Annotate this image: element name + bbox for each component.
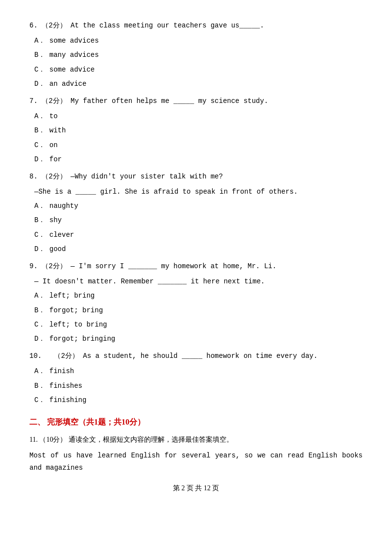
question-10-title: 10. （2分） As a student, he should _____ h… (29, 350, 363, 362)
q10-text: As a student, he should _____ homework o… (83, 352, 318, 360)
q7-text: My father often helps me _____ my scienc… (71, 97, 268, 105)
q9-option-c: C． left; to bring (34, 319, 363, 331)
q7-option-a: A． to (34, 110, 363, 123)
q9-option-d: D． forgot; bringing (34, 333, 363, 345)
question-7: 7. （2分） My father often helps me _____ m… (29, 95, 363, 166)
q9-marks: （2分） (42, 262, 66, 270)
reading-passage: Most of us have learned English for seve… (29, 450, 363, 474)
q6-option-d: D． an advice (34, 78, 363, 90)
q8-text: —Why didn't your sister talk with me? (71, 173, 223, 180)
q6-option-a: A． some advices (34, 35, 363, 47)
question-8-title: 8. （2分） —Why didn't your sister talk wit… (29, 171, 363, 183)
q10-option-c: C． finishing (34, 394, 363, 406)
question-6: 6. （2分） At the class meeting our teacher… (29, 20, 363, 90)
q6-text: At the class meeting our teachers gave u… (71, 22, 264, 29)
q8-number: 8. (29, 173, 38, 180)
page-footer: 第 2 页 共 12 页 (29, 482, 363, 494)
section-2-header: 二、 完形填空（共1题；共10分） (29, 415, 363, 429)
question-11: 11. （10分） 通读全文，根据短文内容的理解，选择最佳答案填空。 Most … (29, 433, 363, 475)
q8-option-a: A． naughty (34, 200, 363, 212)
q7-option-d: D． for (34, 153, 363, 166)
question-7-title: 7. （2分） My father often helps me _____ m… (29, 95, 363, 107)
q11-text: 通读全文，根据短文内容的理解，选择最佳答案填空。 (69, 436, 233, 443)
q7-marks: （2分） (42, 97, 66, 105)
q9-option-b: B． forgot; bring (34, 304, 363, 317)
q7-option-c: C． on (34, 139, 363, 151)
q6-number: 6. (29, 22, 38, 29)
q11-marks: （10分） (39, 436, 67, 443)
question-8: 8. （2分） —Why didn't your sister talk wit… (29, 171, 363, 255)
q10-option-b: B． finishes (34, 380, 363, 392)
question-9-title: 9. （2分） — I'm sorry I _______ my homewor… (29, 260, 363, 273)
question-11-title: 11. （10分） 通读全文，根据短文内容的理解，选择最佳答案填空。 (29, 433, 363, 446)
q8-marks: （2分） (42, 173, 66, 180)
q8-option-c: C． clever (34, 229, 363, 241)
q9-option-a: A． left; bring (34, 290, 363, 302)
question-9-subtext: — It doesn't matter. Remember _______ it… (34, 276, 363, 288)
q9-number: 9. (29, 262, 38, 270)
q10-marks: （2分） (54, 352, 78, 360)
q6-marks: （2分） (42, 22, 66, 29)
q9-text: — I'm sorry I _______ my homework at hom… (71, 262, 276, 270)
q8-option-b: B． shy (34, 214, 363, 227)
question-10: 10. （2分） As a student, he should _____ h… (29, 350, 363, 406)
q10-number: 10. (29, 352, 42, 360)
q11-number: 11. (29, 436, 38, 443)
q7-number: 7. (29, 97, 38, 105)
q7-option-b: B． with (34, 125, 363, 137)
q8-option-d: D． good (34, 243, 363, 255)
question-9: 9. （2分） — I'm sorry I _______ my homewor… (29, 260, 363, 345)
q6-option-c: C． some advice (34, 64, 363, 76)
q10-option-a: A． finish (34, 365, 363, 378)
q6-option-b: B． many advices (34, 49, 363, 61)
question-8-subtext: —She is a _____ girl. She is afraid to s… (34, 186, 363, 198)
question-6-title: 6. （2分） At the class meeting our teacher… (29, 20, 363, 32)
